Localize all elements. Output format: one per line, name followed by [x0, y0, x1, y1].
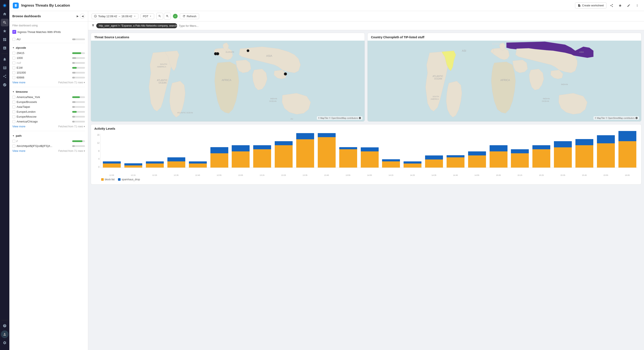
- chart-bar-group: [338, 135, 359, 168]
- chart-bar-group: [209, 135, 230, 168]
- filter-bar-item: [72, 96, 85, 98]
- maps-row: Threat Source Locations: [91, 33, 642, 122]
- filter-checkbox-item[interactable]: [12, 110, 15, 113]
- chart-bar-group: [617, 135, 638, 168]
- sidebar-expand-icon[interactable]: ▶: [77, 15, 78, 18]
- threat-source-map[interactable]: ATLANTIC OCEAN SOUTH AMERICA EUROPE AFRI…: [91, 41, 364, 121]
- threat-source-map-svg: ATLANTIC OCEAN SOUTH AMERICA EUROPE AFRI…: [91, 41, 364, 121]
- filter-checkbox-item[interactable]: [12, 61, 15, 64]
- view-more-path-link[interactable]: View more: [12, 149, 25, 153]
- filter-value-item: null: [16, 61, 71, 64]
- nav-settings[interactable]: [1, 339, 8, 347]
- filter-label: Filter dashboard using: [12, 24, 85, 27]
- x-axis-labels: 12:0512:1512:2512:3512:4512:5513:0513:15…: [101, 174, 638, 176]
- nav-help[interactable]: [1, 322, 8, 330]
- bar-blue: [597, 135, 615, 143]
- threat-dot-4: [284, 72, 287, 75]
- bar-blue: [296, 133, 314, 139]
- section-header-zipcode[interactable]: ▼ zipcode: [12, 44, 85, 51]
- chart-bar-group: [552, 135, 574, 168]
- nav-user[interactable]: [1, 331, 8, 338]
- nav-alerts[interactable]: [1, 55, 8, 63]
- filter-checkbox-au[interactable]: [12, 38, 15, 41]
- filter-bar-item: [72, 77, 85, 78]
- sidebar-title: Browse dashboards: [12, 14, 41, 18]
- nav-integrations[interactable]: [1, 81, 8, 89]
- svg-text:ASIA: ASIA: [579, 51, 584, 53]
- filter-row-item: /: [12, 139, 85, 144]
- x-label-item: 15:45: [574, 174, 595, 176]
- map-attribution-2: © MapTiler © OpenStreetMap contributors: [594, 116, 639, 120]
- zoom-in-button[interactable]: [164, 13, 171, 19]
- threat-source-widget: Threat Source Locations: [91, 33, 365, 122]
- main-panel: Today 12:09:42 → 16:09:42 PDT: [88, 11, 644, 350]
- x-label-item: 12:25: [144, 174, 165, 176]
- svg-text:AFRICA: AFRICA: [500, 79, 510, 82]
- section-header-path[interactable]: ▼ path: [12, 133, 85, 139]
- choropleth-map[interactable]: EUROPE ASI ATLANTIC OCEAN SOUTH AMERICA …: [368, 41, 641, 121]
- filter-bar-item: [72, 67, 85, 69]
- filter-bar-item: [72, 111, 85, 113]
- filter-checkbox-item[interactable]: [12, 52, 15, 55]
- filter-checkbox-item[interactable]: [12, 76, 15, 79]
- nav-search[interactable]: [1, 19, 8, 26]
- x-label-item: 13:55: [338, 174, 359, 176]
- filter-value-item: Europe/Moscow: [16, 115, 71, 118]
- view-more-timezone-link[interactable]: View more: [12, 125, 25, 128]
- filter-checkbox-item[interactable]: [12, 140, 15, 143]
- filter-checkbox-item[interactable]: [12, 120, 15, 123]
- nav-logo[interactable]: [1, 2, 8, 9]
- refresh-button[interactable]: Refresh: [180, 13, 199, 19]
- sidebar-collapse-button[interactable]: ◀: [80, 14, 85, 19]
- filter-checkbox-item[interactable]: [12, 145, 15, 148]
- filter-source: IP Ingress Threat Matches With IPInfo: [12, 29, 85, 35]
- section-divider-zipcode: [12, 43, 85, 43]
- filter-value-item: America/Chicago: [16, 120, 71, 123]
- filter-checkbox-item[interactable]: [12, 71, 15, 74]
- filter-checkbox-item[interactable]: [12, 66, 15, 69]
- nav-table[interactable]: [1, 64, 8, 72]
- create-worksheet-button[interactable]: Create worksheet: [575, 2, 606, 8]
- chart-bar-group: [488, 135, 509, 168]
- nav-share[interactable]: [1, 72, 8, 80]
- filter-row-item: Asia/Taipei: [12, 104, 85, 109]
- filter-row-item: America/New_York: [12, 95, 85, 100]
- chart-legend: block list spamhaus_drop: [101, 178, 638, 181]
- bar-orange: [232, 151, 250, 168]
- x-label-item: 14:15: [380, 174, 402, 176]
- x-label-item: 14:45: [445, 174, 466, 176]
- filter-source-text: Ingress Threat Matches With IPInfo: [18, 30, 61, 34]
- sidebar: Browse dashboards ▶ ◀ Filter dashboard u…: [9, 11, 88, 350]
- top-header: Ingress Threats By Location Create works…: [9, 0, 644, 11]
- bar-blue: [253, 145, 271, 149]
- nav-dashboards[interactable]: [1, 36, 8, 43]
- legend-block-list-label: block list: [105, 178, 114, 181]
- share-button[interactable]: [608, 2, 615, 9]
- timezone-button[interactable]: PDT: [140, 13, 154, 19]
- filter-bar-au: [72, 38, 85, 40]
- svg-text:ATLANTIC: ATLANTIC: [157, 79, 168, 81]
- time-range-button[interactable]: Today 12:09:42 → 16:09:42: [92, 13, 138, 19]
- nav-analytics[interactable]: [1, 44, 8, 52]
- filter-checkbox-item[interactable]: [12, 105, 15, 108]
- more-options-button[interactable]: [634, 2, 640, 9]
- favorite-button[interactable]: [617, 2, 624, 9]
- filter-checkbox-item[interactable]: [12, 115, 15, 118]
- edit-button[interactable]: [625, 2, 632, 9]
- filter-bar-fill-item: [72, 67, 77, 69]
- section-header-timezone[interactable]: ▼ timezone: [12, 88, 85, 95]
- filter-bar-fill-au: [72, 38, 76, 40]
- filter-checkbox-item[interactable]: [12, 57, 15, 59]
- svg-text:EUROPE: EUROPE: [226, 51, 234, 53]
- filter-checkbox-item[interactable]: [12, 101, 15, 104]
- filter-checkbox-item[interactable]: [12, 96, 15, 99]
- nav-starred[interactable]: [1, 27, 8, 35]
- y-label-12: 12: [94, 142, 100, 144]
- zoom-out-button[interactable]: [156, 13, 163, 19]
- bar-blue: [232, 145, 250, 151]
- x-label-item: 15:35: [552, 174, 573, 176]
- filter-type-input[interactable]: [179, 24, 640, 27]
- nav-home[interactable]: [1, 10, 8, 18]
- view-more-timezone-row: View more Fetched from 71 rows ▾: [12, 124, 85, 130]
- view-more-zipcode-link[interactable]: View more: [12, 81, 25, 84]
